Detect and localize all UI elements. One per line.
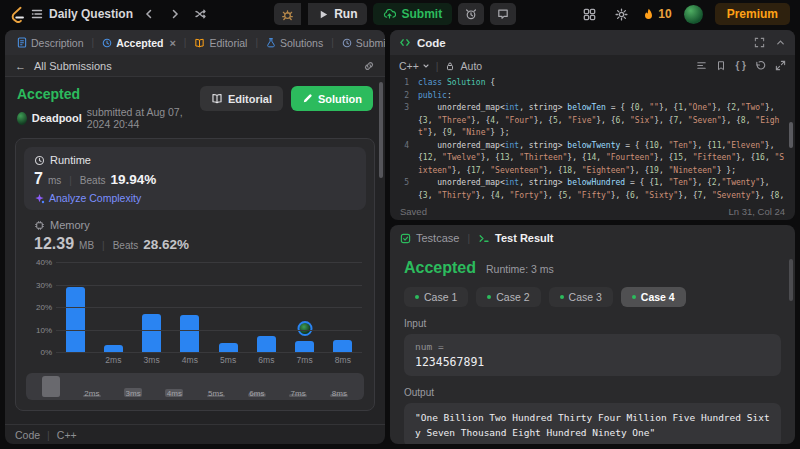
- line-number: 4: [390, 140, 418, 178]
- line-number: 5: [390, 177, 418, 203]
- pencil-icon: [302, 93, 313, 104]
- bar-slot: [247, 263, 285, 353]
- submission-panel: Description | Accepted × | Editorial | S…: [5, 30, 385, 444]
- cursor-position: Ln 31, Col 24: [728, 206, 785, 217]
- code-line[interactable]: 5 unordered_map<int, string> belowHundre…: [390, 177, 795, 203]
- language-select[interactable]: C++: [399, 60, 430, 72]
- random-question-icon[interactable]: [191, 4, 211, 24]
- problem-list-button[interactable]: Daily Question: [31, 7, 133, 21]
- run-button[interactable]: Run: [308, 3, 367, 25]
- case-3-button[interactable]: Case 3: [549, 287, 613, 307]
- code-editor[interactable]: 1class Solution {2public:3 unordered_map…: [390, 76, 795, 203]
- user-avatar[interactable]: [684, 5, 703, 24]
- code-line[interactable]: 2public:: [390, 90, 795, 103]
- workspace: Description | Accepted × | Editorial | S…: [0, 28, 800, 449]
- runtime-bar-6ms[interactable]: [257, 336, 276, 353]
- flame-icon: [643, 8, 654, 21]
- scrollbar-thumb[interactable]: [379, 82, 383, 178]
- x-axis-label: 8ms: [324, 355, 362, 365]
- code-line[interactable]: 1class Solution {: [390, 77, 795, 90]
- format-icon[interactable]: [696, 60, 707, 71]
- y-axis-label: 0%: [24, 348, 52, 357]
- link-icon[interactable]: [363, 60, 375, 72]
- timer-button[interactable]: [458, 3, 484, 25]
- x-axis-label: 4ms: [171, 355, 209, 365]
- fullscreen-icon[interactable]: [775, 60, 786, 71]
- all-submissions-bar[interactable]: ← All Submissions: [5, 55, 385, 77]
- case-1-button[interactable]: Case 1: [404, 287, 468, 307]
- collapse-panel-icon[interactable]: [775, 37, 786, 48]
- slider-label: 2ms: [71, 389, 112, 398]
- auto-label[interactable]: Auto: [461, 60, 483, 72]
- gridline: [56, 262, 362, 263]
- slider-handle[interactable]: [42, 376, 60, 397]
- daily-question-label: Daily Question: [49, 7, 133, 21]
- case-4-button[interactable]: Case 4: [621, 287, 686, 307]
- tab-testcase[interactable]: Testcase: [400, 232, 459, 244]
- editor-scrollbar-thumb[interactable]: [789, 122, 793, 148]
- bar-slot: [209, 263, 247, 353]
- slider-label: 5ms: [195, 389, 236, 398]
- editorial-button[interactable]: Editorial: [200, 86, 283, 111]
- prev-question-button[interactable]: [139, 4, 159, 24]
- runtime-bar-3ms[interactable]: [142, 314, 161, 353]
- bar-slot: [94, 263, 132, 353]
- bookmark-icon[interactable]: [716, 60, 726, 71]
- notes-button[interactable]: [490, 3, 516, 25]
- next-question-button[interactable]: [165, 4, 185, 24]
- memory-section[interactable]: Memory 12.39 MB | Beats 28.62%: [24, 210, 366, 257]
- book-icon: [194, 38, 205, 48]
- tab-editorial[interactable]: Editorial: [190, 37, 251, 49]
- analyze-complexity-link[interactable]: Analyze Complexity: [34, 192, 356, 204]
- reset-code-icon[interactable]: [755, 60, 766, 71]
- x-axis-label: 5ms: [209, 355, 247, 365]
- debug-button[interactable]: [274, 3, 301, 25]
- leetcode-logo[interactable]: [10, 6, 25, 23]
- streak-counter[interactable]: 10: [643, 7, 671, 21]
- braces-icon[interactable]: { }: [735, 60, 746, 71]
- premium-button[interactable]: Premium: [715, 3, 790, 25]
- runtime-section[interactable]: Runtime 7 ms | Beats 19.94% Analyze Comp…: [24, 147, 366, 210]
- runtime-bar-1ms[interactable]: [66, 287, 85, 353]
- submit-button[interactable]: Submit: [373, 3, 452, 25]
- slider-label: 4ms: [154, 389, 195, 398]
- layout-button[interactable]: [579, 4, 599, 24]
- close-tab-icon[interactable]: ×: [169, 37, 175, 49]
- input-value: 1234567891: [415, 355, 770, 369]
- solution-button[interactable]: Solution: [291, 86, 373, 111]
- back-arrow-icon[interactable]: ←: [15, 60, 26, 72]
- code-line[interactable]: 4 unordered_map<int, string> belowTwenty…: [390, 140, 795, 178]
- settings-gear-icon[interactable]: [611, 4, 631, 24]
- bar-slot: [133, 263, 171, 353]
- history-clock-icon: [102, 38, 112, 48]
- performance-card: Runtime 7 ms | Beats 19.94% Analyze Comp…: [15, 138, 375, 411]
- tab-submissions[interactable]: Submissions: [338, 37, 385, 49]
- runtime-bar-4ms[interactable]: [180, 315, 199, 353]
- code-text: unordered_map<int, string> belowTen = { …: [418, 102, 795, 140]
- output-box[interactable]: "One Billion Two Hundred Thirty Four Mil…: [404, 403, 781, 444]
- slider-slot: 8ms: [319, 373, 360, 400]
- case-2-button[interactable]: Case 2: [476, 287, 540, 307]
- tab-description[interactable]: Description: [13, 37, 88, 49]
- footer-lang-label: C++: [57, 429, 77, 441]
- input-box[interactable]: num = 1234567891: [404, 334, 781, 376]
- scrollbar-thumb[interactable]: [789, 259, 793, 301]
- tab-accepted[interactable]: Accepted ×: [98, 37, 180, 49]
- test-runtime: Runtime: 3 ms: [486, 263, 554, 275]
- code-panel-title: Code: [417, 37, 446, 49]
- your-submission-marker[interactable]: [297, 321, 312, 336]
- runtime-beats: 19.94%: [110, 172, 156, 187]
- runtime-value: 7: [34, 170, 43, 188]
- chart-range-slider[interactable]: 2ms3ms4ms5ms6ms7ms8ms: [26, 373, 364, 400]
- maximize-icon[interactable]: [754, 37, 765, 48]
- code-line[interactable]: 3 unordered_map<int, string> belowTen = …: [390, 102, 795, 140]
- slider-label: 8ms: [319, 389, 360, 398]
- flask-icon: [266, 37, 276, 48]
- tab-solutions[interactable]: Solutions: [262, 37, 327, 49]
- runtime-bar-8ms[interactable]: [333, 340, 352, 354]
- memory-beats: 28.62%: [143, 237, 189, 252]
- gridline: [56, 330, 362, 331]
- user-avatar-small: [17, 112, 27, 125]
- tab-divider: |: [184, 37, 187, 48]
- tab-test-result[interactable]: Test Result: [478, 232, 553, 244]
